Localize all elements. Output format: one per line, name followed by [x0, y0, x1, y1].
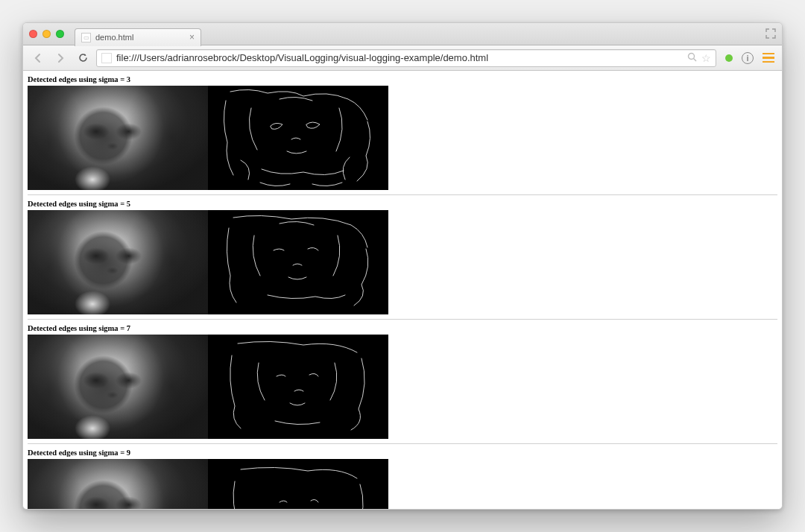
- log-entry-images: [28, 335, 777, 439]
- back-button[interactable]: [29, 49, 47, 67]
- log-entry-title: Detected edges using sigma = 3: [28, 74, 777, 86]
- edge-image: [208, 459, 388, 509]
- tab-close-button[interactable]: ×: [189, 32, 195, 42]
- menu-button[interactable]: [761, 53, 776, 63]
- edge-image: [208, 210, 388, 314]
- log-entry: Detected edges using sigma = 3: [28, 74, 777, 190]
- original-image: [28, 459, 208, 509]
- window-minimize-button[interactable]: [42, 30, 51, 38]
- svg-point-0: [689, 53, 695, 59]
- svg-line-1: [694, 58, 697, 61]
- search-icon[interactable]: [687, 52, 697, 64]
- separator: [28, 443, 777, 444]
- browser-window: ▭ demo.html × file:///Users/adrianrosebr…: [22, 22, 783, 510]
- url-text: file:///Users/adrianrosebrock/Desktop/Vi…: [116, 52, 683, 63]
- forward-button[interactable]: [51, 49, 69, 67]
- bookmark-star-icon[interactable]: ☆: [701, 52, 711, 64]
- original-image: [28, 86, 208, 190]
- tab-title: demo.html: [95, 33, 189, 42]
- log-entry: Detected edges using sigma = 7: [28, 323, 777, 439]
- original-image: [28, 210, 208, 314]
- page-content: Detected edges using sigma = 3: [23, 71, 782, 509]
- browser-tab[interactable]: ▭ demo.html ×: [75, 28, 201, 46]
- log-entry-images: [28, 86, 777, 190]
- edge-image: [208, 86, 388, 190]
- page-viewport[interactable]: Detected edges using sigma = 3: [23, 71, 782, 509]
- edge-image: [208, 335, 388, 439]
- original-image: [28, 335, 208, 439]
- separator: [28, 319, 777, 320]
- log-entry-images: [28, 459, 777, 509]
- page-icon: [101, 53, 112, 63]
- log-entry-title: Detected edges using sigma = 9: [28, 447, 777, 459]
- page-favicon-icon: ▭: [81, 33, 91, 42]
- log-entry: Detected edges using sigma = 9: [28, 447, 777, 509]
- window-controls: [29, 30, 64, 38]
- toolbar: file:///Users/adrianrosebrock/Desktop/Vi…: [23, 45, 782, 71]
- fullscreen-icon[interactable]: [765, 28, 776, 39]
- address-bar[interactable]: file:///Users/adrianrosebrock/Desktop/Vi…: [96, 49, 716, 67]
- window-close-button[interactable]: [29, 30, 37, 38]
- info-button[interactable]: i: [742, 52, 754, 64]
- window-maximize-button[interactable]: [56, 30, 64, 38]
- tab-bar: ▭ demo.html ×: [23, 23, 782, 45]
- log-entry-title: Detected edges using sigma = 5: [28, 198, 777, 210]
- extension-indicator-icon[interactable]: [725, 54, 733, 62]
- log-entry-title: Detected edges using sigma = 7: [28, 323, 777, 335]
- reload-button[interactable]: [74, 49, 92, 67]
- separator: [28, 194, 777, 195]
- log-entry-images: [28, 210, 777, 314]
- log-entry: Detected edges using sigma = 5: [28, 198, 777, 314]
